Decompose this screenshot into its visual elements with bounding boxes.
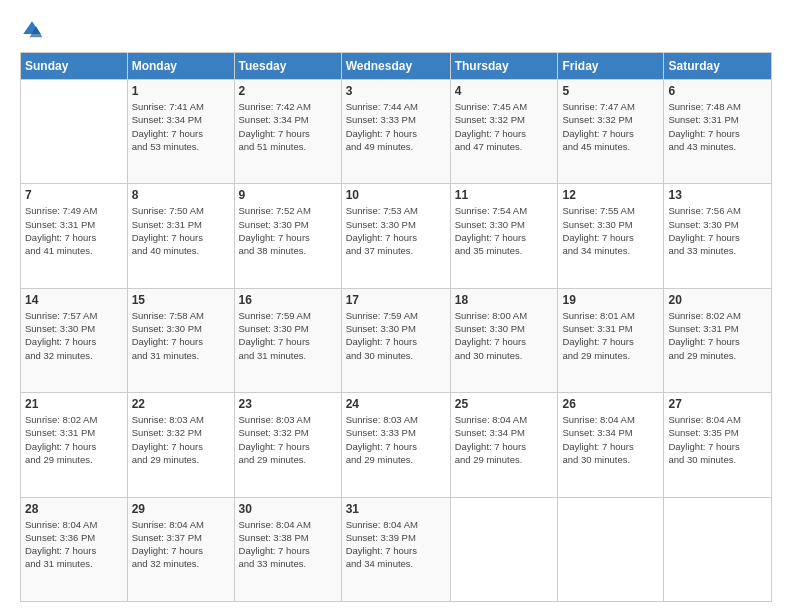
calendar-cell: 25Sunrise: 8:04 AM Sunset: 3:34 PM Dayli… — [450, 393, 558, 497]
calendar-cell: 7Sunrise: 7:49 AM Sunset: 3:31 PM Daylig… — [21, 184, 128, 288]
day-info: Sunrise: 8:03 AM Sunset: 3:33 PM Dayligh… — [346, 413, 446, 466]
day-info: Sunrise: 7:42 AM Sunset: 3:34 PM Dayligh… — [239, 100, 337, 153]
day-info: Sunrise: 8:00 AM Sunset: 3:30 PM Dayligh… — [455, 309, 554, 362]
day-info: Sunrise: 7:55 AM Sunset: 3:30 PM Dayligh… — [562, 204, 659, 257]
calendar-cell: 2Sunrise: 7:42 AM Sunset: 3:34 PM Daylig… — [234, 80, 341, 184]
day-number: 23 — [239, 397, 337, 411]
calendar-cell: 17Sunrise: 7:59 AM Sunset: 3:30 PM Dayli… — [341, 288, 450, 392]
day-info: Sunrise: 7:59 AM Sunset: 3:30 PM Dayligh… — [239, 309, 337, 362]
day-number: 8 — [132, 188, 230, 202]
calendar-cell — [450, 497, 558, 601]
day-info: Sunrise: 7:59 AM Sunset: 3:30 PM Dayligh… — [346, 309, 446, 362]
day-info: Sunrise: 7:50 AM Sunset: 3:31 PM Dayligh… — [132, 204, 230, 257]
day-number: 24 — [346, 397, 446, 411]
weekday-header-tuesday: Tuesday — [234, 53, 341, 80]
calendar-cell: 16Sunrise: 7:59 AM Sunset: 3:30 PM Dayli… — [234, 288, 341, 392]
day-number: 20 — [668, 293, 767, 307]
day-number: 22 — [132, 397, 230, 411]
weekday-header-thursday: Thursday — [450, 53, 558, 80]
day-number: 1 — [132, 84, 230, 98]
calendar-cell: 8Sunrise: 7:50 AM Sunset: 3:31 PM Daylig… — [127, 184, 234, 288]
day-number: 17 — [346, 293, 446, 307]
day-number: 29 — [132, 502, 230, 516]
day-number: 18 — [455, 293, 554, 307]
day-info: Sunrise: 7:48 AM Sunset: 3:31 PM Dayligh… — [668, 100, 767, 153]
calendar-cell: 13Sunrise: 7:56 AM Sunset: 3:30 PM Dayli… — [664, 184, 772, 288]
calendar-cell: 24Sunrise: 8:03 AM Sunset: 3:33 PM Dayli… — [341, 393, 450, 497]
calendar-cell: 14Sunrise: 7:57 AM Sunset: 3:30 PM Dayli… — [21, 288, 128, 392]
day-number: 25 — [455, 397, 554, 411]
page: SundayMondayTuesdayWednesdayThursdayFrid… — [0, 0, 792, 612]
calendar-cell: 9Sunrise: 7:52 AM Sunset: 3:30 PM Daylig… — [234, 184, 341, 288]
day-info: Sunrise: 7:44 AM Sunset: 3:33 PM Dayligh… — [346, 100, 446, 153]
day-number: 27 — [668, 397, 767, 411]
day-info: Sunrise: 7:58 AM Sunset: 3:30 PM Dayligh… — [132, 309, 230, 362]
day-info: Sunrise: 8:03 AM Sunset: 3:32 PM Dayligh… — [132, 413, 230, 466]
day-number: 5 — [562, 84, 659, 98]
calendar-cell: 20Sunrise: 8:02 AM Sunset: 3:31 PM Dayli… — [664, 288, 772, 392]
day-info: Sunrise: 8:02 AM Sunset: 3:31 PM Dayligh… — [25, 413, 123, 466]
day-info: Sunrise: 8:04 AM Sunset: 3:37 PM Dayligh… — [132, 518, 230, 571]
day-info: Sunrise: 8:04 AM Sunset: 3:39 PM Dayligh… — [346, 518, 446, 571]
week-row-3: 21Sunrise: 8:02 AM Sunset: 3:31 PM Dayli… — [21, 393, 772, 497]
day-number: 12 — [562, 188, 659, 202]
day-info: Sunrise: 8:01 AM Sunset: 3:31 PM Dayligh… — [562, 309, 659, 362]
day-number: 9 — [239, 188, 337, 202]
weekday-header-saturday: Saturday — [664, 53, 772, 80]
header — [20, 18, 772, 42]
day-info: Sunrise: 8:04 AM Sunset: 3:38 PM Dayligh… — [239, 518, 337, 571]
calendar-cell — [664, 497, 772, 601]
day-number: 3 — [346, 84, 446, 98]
day-number: 31 — [346, 502, 446, 516]
day-number: 10 — [346, 188, 446, 202]
calendar-cell: 1Sunrise: 7:41 AM Sunset: 3:34 PM Daylig… — [127, 80, 234, 184]
calendar-cell: 10Sunrise: 7:53 AM Sunset: 3:30 PM Dayli… — [341, 184, 450, 288]
day-info: Sunrise: 8:04 AM Sunset: 3:36 PM Dayligh… — [25, 518, 123, 571]
week-row-4: 28Sunrise: 8:04 AM Sunset: 3:36 PM Dayli… — [21, 497, 772, 601]
day-number: 28 — [25, 502, 123, 516]
day-number: 6 — [668, 84, 767, 98]
weekday-header-monday: Monday — [127, 53, 234, 80]
weekday-header-friday: Friday — [558, 53, 664, 80]
calendar-cell: 15Sunrise: 7:58 AM Sunset: 3:30 PM Dayli… — [127, 288, 234, 392]
weekday-header-sunday: Sunday — [21, 53, 128, 80]
day-number: 4 — [455, 84, 554, 98]
weekday-header-row: SundayMondayTuesdayWednesdayThursdayFrid… — [21, 53, 772, 80]
day-info: Sunrise: 8:03 AM Sunset: 3:32 PM Dayligh… — [239, 413, 337, 466]
day-number: 16 — [239, 293, 337, 307]
day-number: 14 — [25, 293, 123, 307]
day-info: Sunrise: 8:04 AM Sunset: 3:35 PM Dayligh… — [668, 413, 767, 466]
calendar-cell: 11Sunrise: 7:54 AM Sunset: 3:30 PM Dayli… — [450, 184, 558, 288]
day-number: 13 — [668, 188, 767, 202]
day-info: Sunrise: 7:49 AM Sunset: 3:31 PM Dayligh… — [25, 204, 123, 257]
day-number: 30 — [239, 502, 337, 516]
day-number: 26 — [562, 397, 659, 411]
calendar-cell: 19Sunrise: 8:01 AM Sunset: 3:31 PM Dayli… — [558, 288, 664, 392]
day-number: 2 — [239, 84, 337, 98]
day-info: Sunrise: 7:54 AM Sunset: 3:30 PM Dayligh… — [455, 204, 554, 257]
day-info: Sunrise: 8:04 AM Sunset: 3:34 PM Dayligh… — [562, 413, 659, 466]
calendar-cell: 5Sunrise: 7:47 AM Sunset: 3:32 PM Daylig… — [558, 80, 664, 184]
calendar-cell: 21Sunrise: 8:02 AM Sunset: 3:31 PM Dayli… — [21, 393, 128, 497]
calendar-cell: 30Sunrise: 8:04 AM Sunset: 3:38 PM Dayli… — [234, 497, 341, 601]
calendar-cell: 29Sunrise: 8:04 AM Sunset: 3:37 PM Dayli… — [127, 497, 234, 601]
day-number: 7 — [25, 188, 123, 202]
calendar-cell: 12Sunrise: 7:55 AM Sunset: 3:30 PM Dayli… — [558, 184, 664, 288]
week-row-1: 7Sunrise: 7:49 AM Sunset: 3:31 PM Daylig… — [21, 184, 772, 288]
day-number: 11 — [455, 188, 554, 202]
calendar-cell: 18Sunrise: 8:00 AM Sunset: 3:30 PM Dayli… — [450, 288, 558, 392]
calendar-cell — [558, 497, 664, 601]
calendar-cell: 28Sunrise: 8:04 AM Sunset: 3:36 PM Dayli… — [21, 497, 128, 601]
day-info: Sunrise: 7:52 AM Sunset: 3:30 PM Dayligh… — [239, 204, 337, 257]
day-info: Sunrise: 7:45 AM Sunset: 3:32 PM Dayligh… — [455, 100, 554, 153]
calendar-cell: 26Sunrise: 8:04 AM Sunset: 3:34 PM Dayli… — [558, 393, 664, 497]
calendar-cell: 23Sunrise: 8:03 AM Sunset: 3:32 PM Dayli… — [234, 393, 341, 497]
day-info: Sunrise: 7:41 AM Sunset: 3:34 PM Dayligh… — [132, 100, 230, 153]
weekday-header-wednesday: Wednesday — [341, 53, 450, 80]
day-info: Sunrise: 7:47 AM Sunset: 3:32 PM Dayligh… — [562, 100, 659, 153]
day-info: Sunrise: 8:02 AM Sunset: 3:31 PM Dayligh… — [668, 309, 767, 362]
calendar-cell: 6Sunrise: 7:48 AM Sunset: 3:31 PM Daylig… — [664, 80, 772, 184]
calendar-cell: 3Sunrise: 7:44 AM Sunset: 3:33 PM Daylig… — [341, 80, 450, 184]
calendar-cell: 31Sunrise: 8:04 AM Sunset: 3:39 PM Dayli… — [341, 497, 450, 601]
calendar-cell: 4Sunrise: 7:45 AM Sunset: 3:32 PM Daylig… — [450, 80, 558, 184]
